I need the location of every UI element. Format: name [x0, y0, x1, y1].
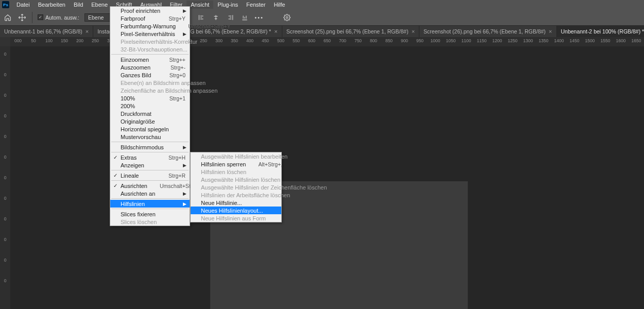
- settings-gear-icon[interactable]: [281, 12, 293, 23]
- menu-item[interactable]: Ganzes BildStrg+0: [110, 71, 190, 79]
- ruler-tick: 1300: [520, 37, 536, 46]
- canvas-area[interactable]: [10, 46, 644, 309]
- close-icon[interactable]: ×: [412, 28, 415, 35]
- chevron-right-icon: ▶: [183, 163, 187, 168]
- ruler-tick: 1200: [489, 37, 505, 46]
- align-right-icon[interactable]: [225, 12, 236, 23]
- menu-item[interactable]: Druckformat: [110, 110, 190, 117]
- menu-item-hilfe[interactable]: Hilfe: [269, 1, 289, 9]
- menu-item[interactable]: Ausrichten an▶: [110, 190, 190, 197]
- home-icon[interactable]: [3, 13, 12, 22]
- ruler-tick: 1400: [551, 37, 567, 46]
- menu-item-bild[interactable]: Bild: [70, 1, 87, 9]
- document-tab[interactable]: Unbenannt-1 bei 66,7% (RGB/8)×: [0, 26, 93, 37]
- ruler-horizontal: 0005010015020025030000050100150200250300…: [10, 37, 644, 46]
- menu-item[interactable]: Bildschirmmodus▶: [110, 143, 190, 151]
- ruler-tick: 650: [319, 37, 335, 46]
- auto-select-checkbox[interactable]: ✓ Autom. ausw.:: [38, 14, 79, 21]
- menu-item[interactable]: Horizontal spiegeln: [110, 125, 190, 133]
- more-options-icon[interactable]: •••: [253, 12, 265, 23]
- ruler-tick: 0: [4, 175, 7, 180]
- document-tab[interactable]: Screenshot (26).png bei 66,7% (Ebene 1, …: [419, 26, 556, 37]
- menu-item-label: Einzoomen: [121, 57, 169, 63]
- menu-item-label: Farbumfang-Warnung: [121, 23, 188, 29]
- menu-item[interactable]: Farbumfang-WarnungUmschalt+Strg+Y: [110, 22, 190, 30]
- layer-select-value: Ebene: [88, 14, 104, 21]
- menu-item[interactable]: 100%Strg+1: [110, 94, 190, 102]
- menu-item[interactable]: Neues Hilfslinienlayout...: [191, 207, 281, 214]
- menu-item-label: Ausgewählte Hilfslinien der Zeichenfläch…: [201, 184, 340, 191]
- menu-item[interactable]: ✓ExtrasStrg+H: [110, 153, 190, 161]
- app-icon: Ps: [2, 1, 9, 8]
- ruler-tick: 200: [72, 37, 88, 46]
- close-icon[interactable]: ×: [86, 28, 89, 35]
- menu-item-label: Ganzes Bild: [121, 72, 170, 78]
- menu-item[interactable]: Mustervorschau: [110, 133, 190, 141]
- menu-item[interactable]: Hilfslinien▶: [110, 200, 190, 208]
- ruler-tick: 250: [88, 37, 103, 46]
- menu-item[interactable]: ✓LinealeStrg+R: [110, 171, 190, 179]
- align-center-h-icon[interactable]: [210, 12, 222, 23]
- ruler-tick: 1650: [629, 37, 644, 46]
- menu-item[interactable]: ✓AusrichtenUmschalt+Strg+,: [110, 182, 190, 190]
- menu-item-label: 32-Bit-Vorschauoptionen...: [121, 46, 200, 53]
- move-tool-icon[interactable]: [18, 13, 27, 22]
- ruler-tick: 0: [4, 113, 7, 118]
- ruler-tick: 0: [4, 278, 7, 283]
- menu-item[interactable]: Proof einrichten▶: [110, 7, 190, 14]
- menu-item-label: Ausrichten: [121, 183, 160, 189]
- ruler-tick: 1600: [613, 37, 629, 46]
- menu-item-label: Farbproof: [121, 15, 169, 22]
- menu-item-label: Hilfslinien der Arbeitsfläche löschen: [201, 192, 302, 198]
- ruler-tick: 550: [289, 37, 304, 46]
- menu-item-fenster[interactable]: Fenster: [242, 1, 269, 9]
- menu-item-label: Neue Hilfslinie...: [201, 200, 277, 206]
- ruler-tick: 0: [4, 72, 7, 77]
- menu-item-bearbeiten[interactable]: Bearbeiten: [34, 1, 70, 9]
- menu-item[interactable]: Hilfslinien sperrenAlt+Strg+,: [191, 160, 281, 168]
- ruler-tick: 700: [335, 37, 350, 46]
- menu-item-label: Mustervorschau: [121, 134, 185, 140]
- align-left-icon[interactable]: [196, 12, 207, 23]
- ruler-tick: 500: [273, 37, 289, 46]
- menu-item-ansicht[interactable]: Ansicht: [187, 1, 213, 9]
- document-tab-label: Screenshot (25).png bei 66,7% (Ebene 1, …: [286, 28, 409, 35]
- menu-item-label: Slices fixieren: [121, 211, 185, 217]
- ruler-tick: 600: [304, 37, 319, 46]
- ruler-tick: 0: [4, 134, 7, 139]
- ruler-tick: 1500: [582, 37, 598, 46]
- menu-item-label: Neue Hilfslinien aus Form: [201, 215, 278, 221]
- menu-item[interactable]: FarbproofStrg+Y: [110, 14, 190, 22]
- menu-item[interactable]: Pixel-Seitenverhältnis▶: [110, 30, 190, 38]
- ruler-tick: 0: [4, 93, 7, 98]
- align-bottom-icon[interactable]: [239, 12, 250, 23]
- menu-item-plug-ins[interactable]: Plug-ins: [213, 1, 242, 9]
- menu-item-shortcut: Strg+H: [168, 154, 185, 161]
- ruler-tick: 300: [211, 37, 227, 46]
- menu-item[interactable]: Anzeigen▶: [110, 161, 190, 169]
- menu-item-label: Pixelseitenverhältnis-Korrektur: [121, 39, 210, 45]
- menu-item-datei[interactable]: Datei: [12, 1, 34, 9]
- menu-item-label: Ausgewählte Hilfslinien bearbeiten: [201, 153, 300, 160]
- close-icon[interactable]: ×: [549, 28, 552, 35]
- menu-item[interactable]: Neue Hilfslinie...: [191, 199, 281, 207]
- menu-item-label: 200%: [121, 103, 185, 109]
- menu-item: Ausgewählte Hilfslinien löschen: [191, 176, 281, 183]
- close-icon[interactable]: ×: [274, 28, 277, 35]
- document-tabs: Unbenannt-1 bei 66,7% (RGB/8)×Instagram …: [0, 26, 644, 37]
- document-tab[interactable]: Screenshot (25).png bei 66,7% (Ebene 1, …: [282, 26, 419, 37]
- menu-item[interactable]: AuszoomenStrg+-: [110, 63, 190, 71]
- menu-item[interactable]: 200%: [110, 102, 190, 110]
- svg-point-0: [286, 16, 288, 19]
- ruler-tick: 750: [350, 37, 366, 46]
- document-tab[interactable]: Unbenannt-2 bei 100% (RGB/8#) *×: [557, 26, 645, 37]
- menu-item[interactable]: Slices fixieren: [110, 210, 190, 218]
- menu-item[interactable]: Originalgröße: [110, 117, 190, 125]
- menu-item[interactable]: EinzoomenStrg++: [110, 56, 190, 63]
- menu-item: Pixelseitenverhältnis-Korrektur: [110, 38, 190, 45]
- ruler-tick: 1450: [567, 37, 582, 46]
- menu-item: Ausgewählte Hilfslinien bearbeiten: [191, 152, 281, 160]
- menu-ansicht-dropdown: Proof einrichten▶FarbproofStrg+YFarbumfa…: [110, 6, 190, 226]
- menu-item-label: Extras: [121, 154, 168, 161]
- menu-item-ebene[interactable]: Ebene: [87, 1, 112, 9]
